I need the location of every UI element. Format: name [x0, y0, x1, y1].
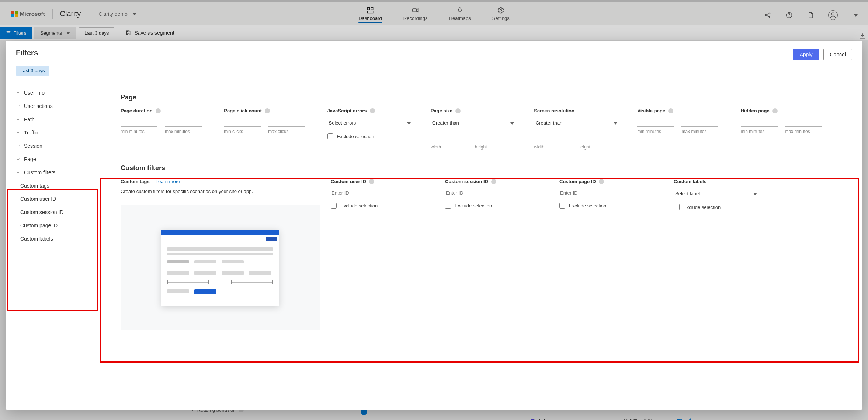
- side-custom-labels[interactable]: Custom labels: [6, 232, 87, 245]
- custom-labels-exclude-checkbox[interactable]: [674, 204, 680, 210]
- visible-page-min-input[interactable]: [637, 118, 674, 127]
- info-icon[interactable]: [772, 108, 778, 113]
- modal-header: Filters Apply Cancel: [6, 41, 862, 66]
- page-size-width-input[interactable]: [431, 133, 468, 142]
- js-errors-exclude[interactable]: Exclude selection: [327, 133, 416, 139]
- chevron-down-icon: [16, 144, 20, 148]
- field-visible-page: Visible page min minutes max minutes: [637, 108, 726, 150]
- cancel-button[interactable]: Cancel: [823, 49, 852, 60]
- filters-modal: Filters Apply Cancel Last 3 days User in…: [6, 41, 862, 410]
- field-page-size: Page size Greater than width height: [431, 108, 519, 150]
- chevron-down-icon: [16, 130, 20, 135]
- custom-session-id-exclude-checkbox[interactable]: [445, 203, 451, 209]
- page-size-select[interactable]: Greater than: [431, 118, 515, 128]
- side-custom-tags[interactable]: Custom tags: [6, 179, 87, 192]
- custom-page-id-exclude[interactable]: Exclude selection: [559, 203, 663, 209]
- field-custom-session-id: Custom session ID Exclude selection: [445, 179, 548, 209]
- side-custom-user-id[interactable]: Custom user ID: [6, 192, 87, 206]
- field-custom-tags: Custom tags Learn more Create custom fil…: [121, 179, 320, 330]
- field-page-click-count: Page click count min clicks max clicks: [224, 108, 312, 150]
- page-clicks-max-input[interactable]: [268, 118, 305, 127]
- side-user-info[interactable]: User info: [6, 86, 87, 99]
- side-user-actions[interactable]: User actions: [6, 99, 87, 113]
- page-duration-min-input[interactable]: [121, 118, 157, 127]
- side-custom-session-id[interactable]: Custom session ID: [6, 206, 87, 219]
- info-icon[interactable]: [156, 108, 161, 113]
- chevron-down-icon: [16, 117, 20, 122]
- modal-title: Filters: [16, 49, 38, 57]
- field-page-duration: Page duration min minutes max minutes: [121, 108, 209, 150]
- chevron-down-icon: [16, 104, 20, 108]
- js-errors-select[interactable]: Select errors: [327, 118, 412, 128]
- side-path[interactable]: Path: [6, 113, 87, 126]
- hidden-page-max-input[interactable]: [785, 118, 822, 127]
- applied-filters: Last 3 days: [6, 66, 862, 80]
- info-icon[interactable]: [455, 108, 461, 113]
- chevron-down-icon: [611, 120, 617, 126]
- page-duration-max-input[interactable]: [165, 118, 202, 127]
- custom-filters-title: Custom filters: [121, 164, 829, 172]
- field-custom-user-id: Custom user ID Exclude selection: [331, 179, 434, 209]
- page-section-title: Page: [121, 94, 829, 101]
- chevron-up-icon: [16, 170, 20, 175]
- field-javascript-errors: JavaScript errors Select errors Exclude …: [327, 108, 416, 150]
- info-icon[interactable]: [370, 108, 375, 113]
- side-custom-filters[interactable]: Custom filters: [6, 166, 87, 179]
- screen-res-width-input[interactable]: [534, 133, 571, 142]
- js-errors-exclude-checkbox[interactable]: [327, 133, 333, 139]
- custom-user-id-input[interactable]: [331, 189, 390, 197]
- chevron-down-icon: [16, 157, 20, 161]
- chevron-down-icon: [751, 191, 757, 196]
- hidden-page-min-input[interactable]: [741, 118, 778, 127]
- side-page[interactable]: Page: [6, 153, 87, 166]
- filter-sidebar: User info User actions Path Traffic Sess…: [6, 80, 87, 410]
- info-icon[interactable]: [369, 179, 374, 184]
- screen-res-height-input[interactable]: [578, 133, 615, 142]
- chevron-down-icon: [508, 120, 514, 126]
- visible-page-max-input[interactable]: [681, 118, 718, 127]
- chevron-down-icon: [16, 91, 20, 95]
- custom-tags-illustration: [121, 205, 320, 330]
- page-size-height-input[interactable]: [475, 133, 512, 142]
- custom-user-id-exclude[interactable]: Exclude selection: [331, 203, 434, 209]
- info-icon[interactable]: [265, 108, 270, 113]
- side-session[interactable]: Session: [6, 139, 87, 153]
- filter-content: Page Page duration min minutes max minut…: [87, 80, 862, 410]
- field-hidden-page: Hidden page min minutes max minutes: [741, 108, 829, 150]
- info-icon[interactable]: [599, 179, 604, 184]
- custom-page-id-input[interactable]: [559, 189, 618, 197]
- filter-chip-timerange[interactable]: Last 3 days: [16, 66, 49, 76]
- custom-labels-select[interactable]: Select label: [674, 189, 758, 199]
- field-screen-resolution: Screen resolution Greater than width hei…: [534, 108, 622, 150]
- field-custom-page-id: Custom page ID Exclude selection: [559, 179, 663, 209]
- side-custom-page-id[interactable]: Custom page ID: [6, 219, 87, 232]
- side-traffic[interactable]: Traffic: [6, 126, 87, 139]
- screen-res-select[interactable]: Greater than: [534, 118, 619, 128]
- custom-filters-section: Custom filters Custom tags Learn more Cr…: [121, 164, 829, 330]
- custom-session-id-exclude[interactable]: Exclude selection: [445, 203, 548, 209]
- custom-labels-exclude[interactable]: Exclude selection: [674, 204, 777, 210]
- page-clicks-min-input[interactable]: [224, 118, 261, 127]
- field-custom-labels: Custom labels Select label Exclude selec…: [674, 179, 777, 210]
- apply-button[interactable]: Apply: [793, 49, 819, 60]
- chevron-down-icon: [405, 120, 411, 126]
- custom-page-id-exclude-checkbox[interactable]: [559, 203, 565, 209]
- info-icon[interactable]: [668, 108, 673, 113]
- custom-tags-desc: Create custom filters for specific scena…: [121, 189, 320, 194]
- info-icon[interactable]: [491, 179, 496, 184]
- custom-user-id-exclude-checkbox[interactable]: [331, 203, 337, 209]
- custom-tags-learn-more-link[interactable]: Learn more: [156, 179, 180, 184]
- custom-session-id-input[interactable]: [445, 189, 504, 197]
